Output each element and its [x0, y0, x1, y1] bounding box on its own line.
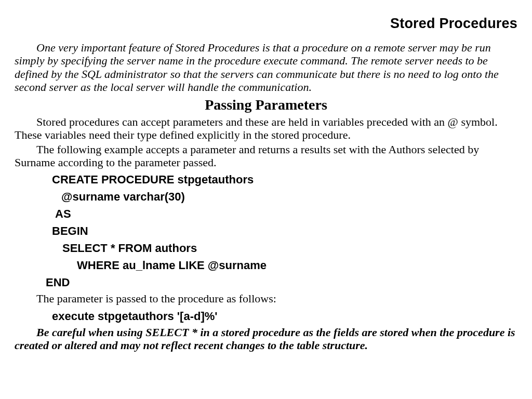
code-line: BEGIN	[15, 222, 517, 240]
body-paragraph-3: The parameter is passed to the procedure…	[15, 292, 517, 305]
code-line: execute stpgetauthors '[a-d]%'	[15, 308, 517, 325]
code-line: AS	[15, 205, 517, 222]
code-line: WHERE au_lname LIKE @surname	[15, 257, 517, 274]
page-title: Stored Procedures	[15, 16, 517, 32]
code-line: SELECT * FROM authors	[15, 240, 517, 257]
code-line: END	[15, 274, 517, 291]
intro-paragraph: One very important feature of Stored Pro…	[15, 41, 517, 94]
code-block-1: CREATE PROCEDURE stpgetauthors @surname …	[15, 171, 517, 291]
body-paragraph-1: Stored procedures can accept parameters …	[15, 115, 517, 142]
code-line: @surname varchar(30)	[15, 188, 517, 205]
code-line: CREATE PROCEDURE stpgetauthors	[15, 171, 517, 188]
document-page: Stored Procedures One very important fea…	[0, 0, 532, 399]
body-paragraph-2: The following example accepts a paramete…	[15, 143, 517, 169]
warning-paragraph: Be careful when using SELECT * in a stor…	[15, 326, 517, 352]
section-heading: Passing Parameters	[15, 97, 517, 113]
code-block-2: execute stpgetauthors '[a-d]%'	[15, 308, 517, 325]
